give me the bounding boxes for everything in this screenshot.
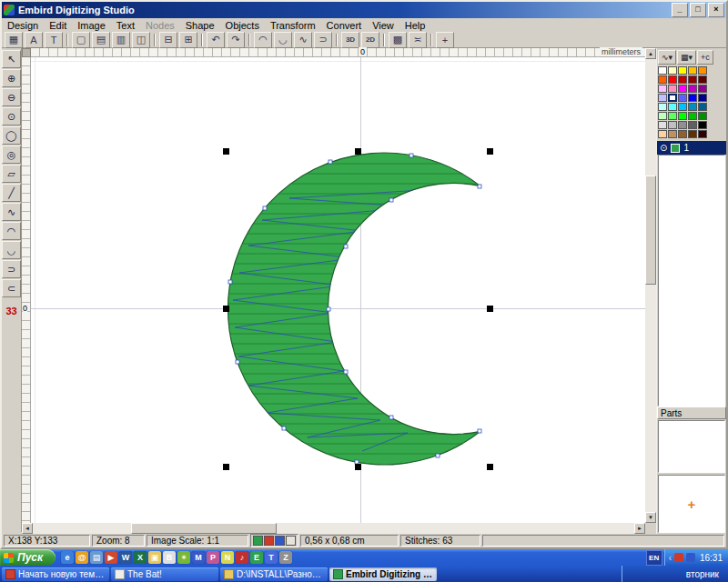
palette-color-swatch[interactable]: [688, 85, 697, 93]
tool-arc-button[interactable]: ◠: [2, 222, 21, 240]
palette-color-swatch[interactable]: [698, 121, 707, 129]
design-canvas[interactable]: [31, 57, 645, 523]
palette-color-swatch[interactable]: [658, 103, 667, 111]
start-button[interactable]: Пуск: [0, 549, 56, 566]
selection-handle[interactable]: [223, 464, 229, 470]
toolbar-import-file-button[interactable]: ▥: [112, 32, 130, 48]
palette-color-swatch[interactable]: [688, 94, 697, 102]
tray-chevron-icon[interactable]: ‹: [669, 553, 672, 563]
taskbar-task-0[interactable]: Начать новую тему :: В...: [2, 567, 109, 581]
add-color-button[interactable]: +c: [697, 50, 713, 65]
minimize-button[interactable]: _: [672, 3, 688, 17]
tool-curve-button[interactable]: ◡: [2, 241, 21, 259]
tool-freehand-button[interactable]: ∿: [2, 203, 21, 221]
thread-style-dropdown[interactable]: ∿▾: [658, 50, 676, 65]
taskbar-task-3[interactable]: Embird Digitizing Stud...: [329, 567, 437, 581]
palette-color-swatch[interactable]: [688, 130, 697, 138]
palette-color-swatch[interactable]: [658, 121, 667, 129]
tray-icon[interactable]: [686, 553, 695, 562]
palette-color-swatch[interactable]: [668, 66, 677, 75]
selection-handle[interactable]: [223, 148, 229, 155]
stitch-node[interactable]: [478, 185, 481, 188]
close-button[interactable]: ×: [708, 3, 724, 17]
quicklaunch-messenger-icon[interactable]: M: [192, 551, 205, 564]
stitch-node[interactable]: [329, 160, 332, 164]
menu-shape[interactable]: Shape: [180, 19, 220, 32]
toolbar-design-grid-button[interactable]: ▦: [5, 32, 23, 48]
palette-color-swatch[interactable]: [668, 75, 677, 84]
clock[interactable]: 16:31: [700, 553, 723, 563]
tool-circle-outline-button[interactable]: ◎: [2, 146, 21, 164]
palette-color-swatch[interactable]: [678, 121, 687, 129]
taskbar-task-1[interactable]: The Bat!: [111, 567, 218, 581]
palette-color-swatch[interactable]: [678, 66, 687, 75]
quicklaunch-mail-icon[interactable]: @: [76, 551, 88, 564]
vertical-scroll-thumb[interactable]: [645, 176, 656, 285]
palette-color-swatch[interactable]: [698, 66, 707, 75]
palette-color-swatch[interactable]: [698, 85, 707, 93]
quicklaunch-player-icon[interactable]: ♪: [236, 551, 248, 564]
palette-color-swatch[interactable]: [668, 103, 677, 111]
stitch-node[interactable]: [344, 245, 348, 248]
taskbar-task-2[interactable]: D:\INSTALL\Разное\Embird: [220, 567, 328, 581]
quicklaunch-embird-icon[interactable]: E: [250, 551, 263, 564]
stitch-node[interactable]: [236, 360, 239, 364]
palette-color-swatch[interactable]: [658, 75, 667, 84]
stitch-node[interactable]: [327, 307, 330, 311]
palette-color-swatch[interactable]: [678, 112, 687, 120]
palette-color-swatch[interactable]: [658, 85, 667, 93]
stitch-node[interactable]: [344, 370, 348, 374]
toolbar-curve-mode-button[interactable]: ◡: [274, 32, 292, 48]
status-mini-icon[interactable]: [264, 536, 274, 546]
tool-zoom-actual-button[interactable]: ⊙: [2, 107, 21, 125]
quicklaunch-paint-icon[interactable]: P: [207, 551, 219, 564]
quicklaunch-archive-icon[interactable]: Z: [279, 551, 292, 564]
tool-open-shape-button[interactable]: ⊃: [2, 260, 21, 278]
palette-color-swatch[interactable]: [658, 66, 667, 75]
menu-edit[interactable]: Edit: [44, 19, 72, 32]
language-indicator[interactable]: EN: [646, 550, 662, 566]
date-indicator[interactable]: вторник: [622, 566, 728, 582]
selection-handle[interactable]: [355, 148, 361, 155]
palette-color-swatch[interactable]: [678, 130, 687, 138]
scroll-up-button[interactable]: ▲: [645, 48, 656, 59]
layer-row[interactable]: ⊙ 1: [657, 141, 726, 155]
design-object[interactable]: [226, 151, 490, 467]
palette-color-swatch[interactable]: [698, 130, 707, 138]
object-list[interactable]: [658, 155, 725, 406]
stitch-node[interactable]: [263, 206, 267, 210]
quicklaunch-word-icon[interactable]: W: [119, 551, 132, 564]
toolbar-arc-mode-button[interactable]: ◠: [254, 32, 272, 48]
palette-color-swatch[interactable]: [668, 130, 677, 138]
menu-design[interactable]: Design: [2, 19, 44, 32]
toolbar-new-file-button[interactable]: ▢: [72, 32, 90, 48]
toolbar-wave-mode-button[interactable]: ∿: [294, 32, 312, 48]
stitch-node[interactable]: [410, 154, 413, 157]
scroll-left-button[interactable]: ◄: [22, 523, 33, 534]
toolbar-open-file-button[interactable]: ▤: [92, 32, 110, 48]
tray-icon[interactable]: [674, 553, 683, 562]
palette-color-swatch[interactable]: [678, 94, 687, 102]
palette-color-swatch[interactable]: [698, 112, 707, 120]
stitch-node[interactable]: [478, 429, 481, 433]
quicklaunch-excel-icon[interactable]: X: [134, 551, 147, 564]
quicklaunch-tools-icon[interactable]: T: [265, 551, 278, 564]
palette-color-swatch[interactable]: [688, 75, 697, 84]
parts-list[interactable]: [658, 420, 725, 473]
palette-color-swatch[interactable]: [698, 94, 707, 102]
toolbar-pan-cross-button[interactable]: +: [436, 32, 454, 48]
stitch-node[interactable]: [389, 416, 393, 419]
menu-text[interactable]: Text: [111, 19, 140, 32]
palette-color-swatch[interactable]: [668, 112, 677, 120]
toolbar-view-2d-button[interactable]: 2D: [361, 32, 379, 48]
toolbar-grid-toggle-button[interactable]: ▩: [389, 32, 407, 48]
toolbar-save-file-button[interactable]: ◫: [132, 32, 150, 48]
toolbar-redo-button[interactable]: ↷: [227, 32, 245, 48]
quicklaunch-show-desktop-icon[interactable]: ▤: [90, 551, 103, 564]
tool-line-button[interactable]: ╱: [2, 184, 21, 202]
tool-closed-shape-button[interactable]: ⊂: [2, 279, 21, 297]
status-mini-icon[interactable]: [253, 536, 263, 546]
menu-image[interactable]: Image: [72, 19, 111, 32]
maximize-button[interactable]: □: [690, 3, 706, 17]
stitch-node[interactable]: [282, 426, 286, 430]
